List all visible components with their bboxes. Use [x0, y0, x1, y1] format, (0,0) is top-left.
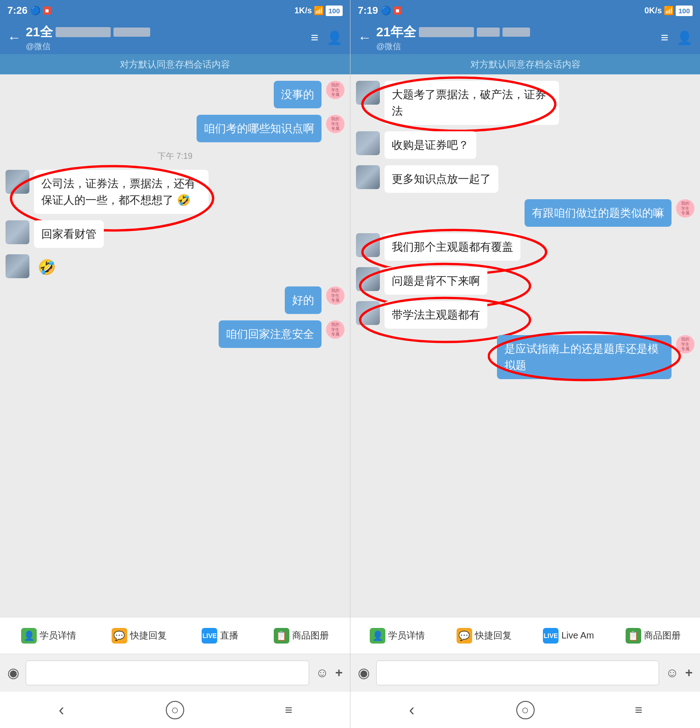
bubble-left: 收购是证券吧？: [384, 131, 476, 159]
message-row: 🤣: [6, 254, 344, 280]
status-right-left: 1K/s 📶 100: [294, 6, 343, 16]
student-icon-left: 👤: [21, 628, 37, 644]
bubble-left: 回家看财管: [34, 220, 104, 248]
avatar-left: [6, 254, 29, 278]
catalog-icon-left: 📋: [274, 628, 289, 644]
chat-header-left: ← 21全 @微信 ≡ 👤: [0, 21, 350, 54]
status-time-right: 7:19 🔵 ■: [358, 5, 401, 17]
status-bar-right: 7:19 🔵 ■ 0K/s 📶 100: [350, 0, 700, 21]
toolbar-label-left: 直播: [220, 629, 238, 642]
text-input-right[interactable]: [376, 661, 659, 685]
toolbar-student-detail-left[interactable]: 👤 学员详情: [21, 628, 76, 644]
bubble-left: 我们那个主观题都有覆盖: [384, 233, 520, 261]
header-icons-left: ≡ 👤: [311, 30, 343, 45]
bubble-right: 咱们考的哪些知识点啊: [197, 115, 322, 142]
profile-icon-left[interactable]: 👤: [327, 30, 343, 45]
consent-bar-right: 对方默认同意存档会话内容: [350, 54, 700, 74]
avatar-right: 我的学生专属: [326, 320, 344, 339]
toolbar-label-right: 商品图册: [644, 629, 681, 642]
toolbar-live-right[interactable]: LIVE Live Am: [543, 628, 594, 644]
nav-home-right[interactable]: ○: [516, 701, 535, 719]
avatar-left: [356, 165, 380, 189]
chat-name-right: 21年全: [376, 23, 656, 41]
avatar-right: 我的学生专属: [676, 199, 694, 218]
input-bar-left: ◉ ☺ +: [0, 654, 350, 691]
message-row: 我的学生专属 有跟咱们做过的题类似的嘛: [356, 199, 694, 227]
voice-button-left[interactable]: ◉: [7, 665, 19, 681]
header-title-left: 21全 @微信: [26, 23, 306, 52]
time-right: 7:19: [358, 5, 378, 17]
menu-icon-right[interactable]: ≡: [661, 30, 668, 45]
nav-back-left[interactable]: ‹: [43, 699, 80, 722]
message-row: 大题考了票据法，破产法，证券法: [356, 81, 694, 125]
chat-header-right: ← 21年全 @微信 ≡ 👤: [350, 21, 700, 54]
wifi-icon-left: 🔵: [30, 6, 40, 16]
toolbar-student-detail-right[interactable]: 👤 学员详情: [370, 628, 425, 644]
live-icon-left: LIVE: [202, 628, 217, 644]
message-row: 我的学生专属 是应试指南上的还是题库还是模拟题: [356, 335, 694, 379]
voice-button-right[interactable]: ◉: [358, 665, 370, 681]
back-button-left[interactable]: ←: [7, 30, 21, 45]
chat-sub-left: @微信: [26, 41, 306, 52]
nav-bar-right: ‹ ○ ≡: [350, 691, 700, 728]
bottom-toolbar-right: 👤 学员详情 💬 快捷回复 LIVE Live Am 📋 商品图册: [350, 617, 700, 654]
bubble-left: 公司法，证券法，票据法，还有保证人的一些，都不想想了 🤣: [34, 170, 209, 214]
nav-menu-left[interactable]: ≡: [270, 699, 307, 722]
bubble-left: 更多知识点放一起了: [384, 165, 498, 193]
toolbar-quick-reply-right[interactable]: 💬 快捷回复: [457, 628, 512, 644]
nav-back-right[interactable]: ‹: [394, 699, 430, 722]
quick-reply-icon-right: 💬: [457, 628, 472, 644]
plus-button-left[interactable]: +: [335, 666, 343, 680]
message-row: 我的学生专属 好的: [6, 286, 344, 314]
avatar-right: 我的学生专属: [326, 115, 344, 133]
notification-icon-left: ■: [43, 6, 51, 15]
bubble-right: 没事的: [274, 81, 322, 108]
toolbar-catalog-right[interactable]: 📋 商品图册: [626, 628, 681, 644]
blurred-name-right: [419, 27, 474, 37]
chat-name-left: 21全: [26, 23, 306, 41]
emoji-button-right[interactable]: ☺: [666, 666, 679, 680]
message-row: 我的学生专属 没事的: [6, 81, 344, 108]
status-time-left: 7:26 🔵 ■: [7, 5, 51, 17]
wifi-bars-left: 📶: [314, 6, 324, 16]
emoji-button-left[interactable]: ☺: [316, 666, 329, 680]
wifi-bars-right: 📶: [664, 6, 674, 16]
timestamp: 下午 7:19: [6, 151, 344, 162]
bubble-right: 咱们回家注意安全: [219, 320, 322, 348]
avatar-left: [356, 131, 380, 155]
bubble-right: 是应试指南上的还是题库还是模拟题: [497, 335, 672, 379]
message-row: 收购是证券吧？: [356, 131, 694, 159]
back-button-right[interactable]: ←: [358, 30, 372, 45]
blurred-name-left: [56, 27, 111, 37]
battery-left: 100: [326, 6, 343, 16]
header-title-right: 21年全 @微信: [376, 23, 656, 52]
avatar-left: [356, 233, 380, 257]
plus-button-right[interactable]: +: [685, 666, 693, 680]
blurred-name2-right: [477, 28, 500, 37]
nav-bar-left: ‹ ○ ≡: [0, 691, 350, 728]
left-panel: 7:26 🔵 ■ 1K/s 📶 100 ← 21全 @微信 ≡ 👤: [0, 0, 350, 728]
student-icon-right: 👤: [370, 628, 385, 644]
message-row: 我的学生专属 咱们回家注意安全: [6, 320, 344, 348]
text-input-left[interactable]: [26, 661, 309, 685]
message-row: 带学法主观题都有: [356, 301, 694, 329]
nav-menu-right[interactable]: ≡: [621, 699, 657, 722]
bubble-right: 有跟咱们做过的题类似的嘛: [525, 199, 672, 227]
toolbar-live-left[interactable]: LIVE 直播: [202, 628, 238, 644]
header-icons-right: ≡ 👤: [661, 30, 693, 45]
avatar-left: [356, 81, 380, 105]
speed-right: 0K/s: [644, 6, 662, 16]
toolbar-catalog-left[interactable]: 📋 商品图册: [274, 628, 329, 644]
toolbar-quick-reply-left[interactable]: 💬 快捷回复: [112, 628, 167, 644]
status-right-right: 0K/s 📶 100: [644, 6, 693, 16]
chat-area-left: 我的学生专属 没事的 我的学生专属 咱们考的哪些知识点啊 下午 7:19 公司法…: [0, 74, 350, 617]
menu-icon-left[interactable]: ≡: [311, 30, 318, 45]
avatar-left: [6, 220, 29, 244]
blurred-name2-left: [113, 28, 150, 37]
nav-home-left[interactable]: ○: [166, 701, 184, 719]
profile-icon-right[interactable]: 👤: [677, 30, 693, 45]
input-bar-right: ◉ ☺ +: [350, 654, 700, 691]
time-left: 7:26: [7, 5, 28, 17]
avatar-left: [356, 267, 380, 291]
avatar-left: [356, 301, 380, 325]
